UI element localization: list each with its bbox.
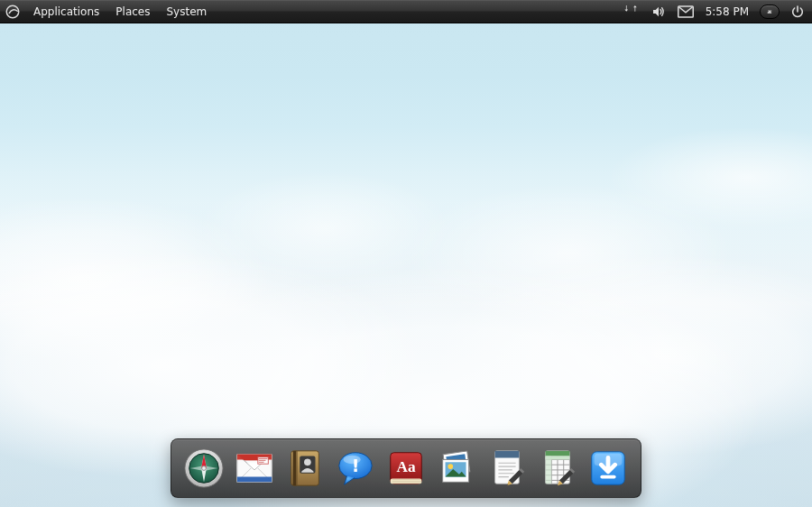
svg-rect-39 [600,475,615,479]
spreadsheet-icon [537,447,578,489]
dock-item-browser[interactable] [182,447,226,490]
svg-marker-14 [237,477,272,483]
svg-text:!: ! [352,456,360,476]
mail-indicator-icon[interactable] [677,0,695,23]
svg-point-0 [6,5,19,18]
dock-item-mail[interactable] [233,447,276,490]
dictionary-icon: Aa [385,447,427,489]
volume-icon[interactable] [650,0,668,23]
svg-rect-32 [495,451,520,458]
distro-logo-icon[interactable] [0,0,25,23]
mail-app-icon [234,447,275,489]
svg-rect-17 [293,451,297,485]
top-panel: Applications Places System [0,0,812,23]
system-label: System [166,5,207,18]
places-label: Places [115,5,150,18]
network-icon[interactable] [623,0,641,23]
svg-rect-34 [546,451,570,456]
panel-clock[interactable]: 5:58 PM [704,5,751,18]
user-switch-icon[interactable]: ✕ [760,5,780,19]
desktop-wallpaper [0,0,812,507]
photos-icon [436,447,477,489]
chat-icon: ! [335,447,376,489]
dock-item-chat[interactable]: ! [334,447,377,490]
dictionary-glyph: Aa [396,458,415,475]
places-menu[interactable]: Places [107,0,158,23]
dock: ! Aa [171,438,641,498]
dock-item-downloads[interactable] [586,447,630,490]
text-editor-icon [486,447,528,489]
svg-rect-36 [546,456,552,484]
svg-point-8 [202,466,207,471]
clock-text: 5:58 PM [706,5,749,18]
svg-rect-20 [296,451,297,485]
svg-point-19 [304,458,311,466]
system-menu[interactable]: System [158,0,215,23]
applications-label: Applications [33,5,99,18]
contacts-icon [284,447,326,489]
svg-point-30 [448,464,453,469]
dock-item-photos[interactable] [435,447,478,490]
dock-item-text-editor[interactable] [485,447,529,490]
svg-text:✕: ✕ [768,9,772,14]
dock-item-spreadsheet[interactable] [536,447,579,490]
applications-menu[interactable]: Applications [25,0,107,23]
dock-item-dictionary[interactable]: Aa [384,447,428,490]
power-icon[interactable] [789,0,807,23]
dock-item-contacts[interactable] [283,447,327,490]
compass-icon [183,447,225,489]
downloads-icon [587,447,629,489]
